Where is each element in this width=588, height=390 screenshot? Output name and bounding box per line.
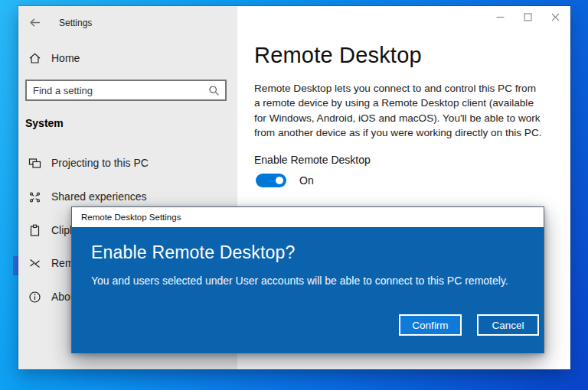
home-icon [28, 52, 41, 65]
remote-desktop-icon [28, 257, 41, 270]
back-arrow-icon [28, 16, 41, 29]
page-description: Remote Desktop lets you connect to and c… [254, 81, 544, 141]
toggle-knob [276, 177, 283, 184]
projecting-icon [28, 157, 41, 170]
dialog-titlebar[interactable]: Remote Desktop Settings [72, 207, 544, 227]
confirm-button[interactable]: Confirm [399, 314, 462, 336]
dialog-heading: Enable Remote Desktop? [91, 242, 296, 263]
maximize-button[interactable] [514, 6, 541, 28]
sidebar-item-projecting[interactable]: Projecting to this PC [18, 149, 237, 177]
toggle-label: Enable Remote Desktop [254, 154, 371, 166]
maximize-icon [524, 13, 532, 21]
dialog-body: Enable Remote Desktop? You and users sel… [72, 227, 544, 353]
back-button[interactable] [24, 12, 44, 32]
sidebar-item-label: Home [51, 52, 80, 64]
search-icon[interactable] [208, 85, 220, 96]
about-icon [28, 291, 41, 304]
remote-desktop-toggle[interactable] [256, 174, 286, 187]
dialog-message: You and users selected under User accoun… [91, 275, 508, 287]
close-button[interactable] [541, 6, 569, 28]
sidebar-item-label: Shared experiences [51, 190, 147, 203]
toggle-state: On [299, 174, 314, 187]
sidebar-item-label: Projecting to this PC [51, 157, 149, 169]
search-box [25, 80, 227, 101]
remote-desktop-dialog: Remote Desktop Settings Enable Remote De… [71, 206, 544, 353]
minimize-button[interactable] [486, 6, 514, 28]
window-controls [486, 6, 569, 28]
window-title: Settings [59, 18, 92, 28]
sidebar-item-home[interactable]: Home [18, 44, 237, 72]
page-title: Remote Desktop [254, 43, 422, 68]
shared-experiences-icon [28, 190, 41, 203]
desktop: Settings Home [0, 0, 588, 390]
clipboard-icon [28, 224, 41, 237]
sidebar-section-title: System [25, 117, 64, 129]
dialog-title: Remote Desktop Settings [81, 213, 181, 222]
toggle-row: On [256, 174, 314, 187]
search-input[interactable] [27, 85, 208, 96]
close-icon [551, 13, 560, 21]
minimize-icon [496, 13, 505, 21]
cancel-button[interactable]: Cancel [477, 314, 539, 336]
